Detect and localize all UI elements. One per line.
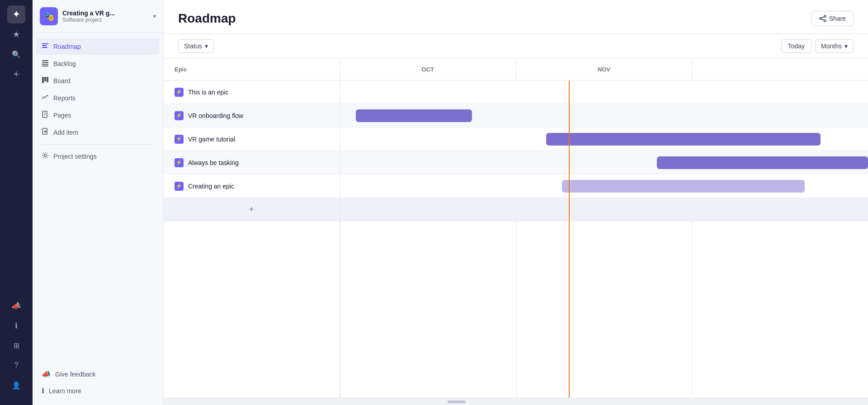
sidebar-item-roadmap[interactable]: Roadmap — [36, 38, 160, 55]
logo-icon[interactable]: ✦ — [7, 5, 25, 24]
epic-icon: ⚡ — [175, 88, 184, 97]
epic-icon: ⚡ — [175, 135, 184, 144]
list-item[interactable]: ⚡ Always be tasking — [164, 151, 340, 174]
share-label: Share — [829, 15, 846, 22]
epic-icon: ⚡ — [175, 111, 184, 120]
gantt-bar-vr-game[interactable] — [546, 133, 821, 146]
project-info: Creating a VR g... Software project — [62, 9, 149, 23]
svg-rect-5 — [42, 64, 48, 65]
epic-rows: ⚡ This is an epic ⚡ VR onboarding flow ⚡… — [164, 80, 340, 398]
epic-name: VR onboarding flow — [188, 112, 243, 119]
list-item[interactable]: ⚡ VR onboarding flow — [164, 104, 340, 127]
sidebar-footer: 📣 Give feedback ℹ Learn more — [33, 361, 163, 405]
status-filter-button[interactable]: Status ▾ — [178, 39, 214, 53]
svg-rect-7 — [42, 77, 44, 83]
svg-line-22 — [821, 19, 824, 20]
feedback-label: Give feedback — [55, 371, 96, 378]
svg-rect-6 — [42, 66, 48, 66]
share-button[interactable]: Share — [811, 11, 854, 26]
timeline-row — [340, 174, 868, 198]
grid-icon[interactable]: ⊞ — [7, 336, 25, 354]
toolbar-right: Today Months ▾ — [781, 39, 854, 53]
epic-name: VR game tutorial — [188, 136, 235, 143]
sidebar-item-reports[interactable]: Reports — [36, 90, 160, 106]
sidebar-item-pages[interactable]: Pages — [36, 107, 160, 123]
list-item[interactable]: ⚡ VR game tutorial — [164, 127, 340, 151]
icon-bar: ✦ ★ 🔍 + 📣 ℹ ⊞ ? 👤 — [0, 0, 33, 405]
epic-name: Creating an epic — [188, 183, 234, 190]
main-content: Roadmap Share Status ▾ Today Months ▾ — [164, 0, 868, 405]
list-item[interactable]: ⚡ This is an epic — [164, 80, 340, 104]
months-button[interactable]: Months ▾ — [815, 39, 854, 53]
timeline-add-row — [340, 198, 868, 221]
svg-point-17 — [44, 155, 47, 157]
share-icon — [819, 15, 826, 22]
epic-name: Always be tasking — [188, 159, 239, 166]
sidebar-item-add-item[interactable]: Add item — [36, 124, 160, 141]
today-button[interactable]: Today — [781, 39, 811, 53]
reports-label: Reports — [53, 94, 75, 102]
timeline-area: OCT NOV — [340, 59, 868, 398]
favorites-icon[interactable]: ★ — [7, 25, 25, 43]
empty-space — [164, 221, 340, 398]
svg-point-18 — [824, 15, 826, 17]
timeline-row — [340, 80, 868, 104]
project-type: Software project — [62, 17, 149, 23]
epic-column: Epic ⚡ This is an epic ⚡ VR onboarding f… — [164, 59, 340, 398]
svg-point-20 — [824, 20, 826, 22]
add-item-label: Add item — [53, 129, 78, 136]
board-icon — [42, 76, 49, 85]
month-divider-1 — [516, 221, 517, 398]
help-icon[interactable]: ? — [7, 356, 25, 374]
board-label: Board — [53, 77, 70, 85]
scrollbar-thumb[interactable] — [448, 400, 466, 403]
timeline-rows-container — [340, 80, 868, 398]
svg-rect-0 — [42, 43, 48, 44]
scrollbar-row — [164, 398, 868, 405]
gantt-bar-vr-onboarding[interactable] — [356, 109, 472, 122]
add-item-icon — [42, 128, 49, 137]
svg-rect-8 — [44, 77, 46, 81]
epic-name: This is an epic — [188, 89, 228, 96]
sidebar-item-project-settings[interactable]: Project settings — [36, 148, 160, 165]
feedback-icon[interactable]: 📣 — [7, 297, 25, 315]
info-icon[interactable]: ℹ — [7, 316, 25, 334]
sidebar-item-backlog[interactable]: Backlog — [36, 56, 160, 72]
add-icon[interactable]: + — [7, 65, 25, 83]
roadmap-container: Epic ⚡ This is an epic ⚡ VR onboarding f… — [164, 59, 868, 405]
learn-more-icon: ℹ — [42, 386, 44, 395]
add-epic-row[interactable]: + — [164, 198, 340, 221]
timeline-header: OCT NOV — [340, 59, 868, 80]
roadmap-grid: Epic ⚡ This is an epic ⚡ VR onboarding f… — [164, 59, 868, 398]
sidebar-item-board[interactable]: Board — [36, 73, 160, 89]
status-filter-label: Status — [184, 42, 202, 50]
roadmap-label: Roadmap — [53, 43, 81, 50]
epic-icon: ⚡ — [175, 158, 184, 167]
timeline-row — [340, 151, 868, 174]
sidebar-item-learn-more[interactable]: ℹ Learn more — [36, 383, 160, 399]
svg-rect-1 — [42, 45, 47, 46]
main-header: Roadmap Share — [164, 0, 868, 34]
month-dec — [692, 59, 868, 80]
sidebar-item-feedback[interactable]: 📣 Give feedback — [36, 366, 160, 382]
give-feedback-icon: 📣 — [42, 370, 51, 378]
project-settings-label: Project settings — [53, 153, 97, 160]
svg-rect-4 — [42, 62, 48, 63]
gantt-bar-creating-epic[interactable] — [562, 180, 805, 193]
svg-point-19 — [820, 18, 821, 19]
svg-rect-9 — [47, 77, 48, 82]
search-icon[interactable]: 🔍 — [7, 45, 25, 63]
learn-more-label: Learn more — [49, 387, 81, 395]
month-oct: OCT — [340, 59, 516, 80]
status-filter-chevron: ▾ — [205, 42, 208, 50]
epic-column-header: Epic — [164, 59, 340, 80]
project-dropdown-chevron[interactable]: ▾ — [153, 13, 156, 19]
svg-rect-2 — [42, 47, 47, 48]
backlog-icon — [42, 59, 49, 68]
month-nov: NOV — [516, 59, 693, 80]
list-item[interactable]: ⚡ Creating an epic — [164, 174, 340, 198]
sidebar-nav: Roadmap Backlog Board Reports Pages — [33, 33, 163, 361]
project-settings-icon — [42, 152, 49, 161]
gantt-bar-always-tasking[interactable] — [657, 156, 868, 169]
user-icon[interactable]: 👤 — [7, 376, 25, 394]
